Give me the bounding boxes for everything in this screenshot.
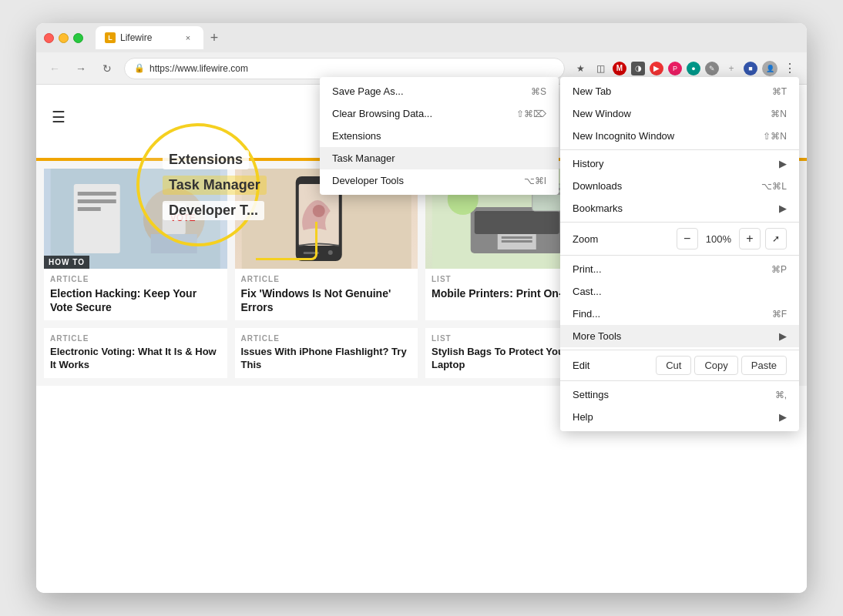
ext4-icon[interactable]: P: [668, 62, 682, 75]
address-field[interactable]: 🔒 https://www.lifewire.com: [124, 58, 565, 79]
downloads-label: Downloads: [573, 180, 622, 192]
toolbar-icons: ★ ◫ M ◑ ▶ P ● ✎ + ■ 👤 ⋮: [573, 61, 798, 76]
card2-title: Fix 'Windows Is Not Genuine' Errors: [235, 286, 418, 320]
zoom-control-row: Zoom − 100% + ➚: [560, 225, 799, 253]
close-tab-button[interactable]: ×: [182, 32, 194, 44]
settings-shortcut: ⌘,: [775, 390, 787, 400]
history-arrow: ▶: [779, 158, 787, 169]
submenu-developer-tools[interactable]: Developer Tools ⌥⌘I: [320, 169, 559, 192]
title-bar: L Lifewire × +: [36, 23, 807, 52]
more-options-button[interactable]: ⋮: [782, 61, 798, 76]
submenu-extensions[interactable]: Extensions: [320, 125, 559, 147]
task-manager-label: Task Manager: [332, 152, 395, 164]
help-arrow: ▶: [779, 411, 787, 423]
zoom-in-button[interactable]: +: [739, 228, 761, 249]
menu-more-tools[interactable]: More Tools ▶: [560, 325, 799, 347]
main-dropdown-menu[interactable]: New Tab ⌘T New Window ⌘N New Incognito W…: [560, 77, 799, 431]
menu-new-incognito[interactable]: New Incognito Window ⇧⌘N: [560, 125, 799, 147]
card6-type: ARTICLE: [235, 328, 418, 346]
forward-button[interactable]: →: [72, 59, 90, 78]
more-tools-submenu[interactable]: Save Page As... ⌘S Clear Browsing Data..…: [320, 77, 559, 195]
profile-icon[interactable]: 👤: [762, 61, 778, 76]
submenu-task-manager[interactable]: Task Manager: [320, 147, 559, 169]
menu-downloads[interactable]: Downloads ⌥⌘L: [560, 175, 799, 197]
maximize-button[interactable]: [73, 33, 83, 43]
menu-new-tab[interactable]: New Tab ⌘T: [560, 80, 799, 102]
bookmarks-label: Bookmarks: [573, 203, 623, 214]
reload-button[interactable]: ↻: [98, 59, 116, 78]
zoom-label: Zoom: [573, 233, 677, 245]
svg-rect-2: [78, 192, 116, 196]
zoom-fullscreen-button[interactable]: ➚: [765, 228, 787, 249]
minimize-button[interactable]: [59, 33, 69, 43]
divider-4: [560, 350, 799, 350]
clear-browsing-shortcut: ⇧⌘⌦: [516, 109, 546, 119]
submenu-save-page[interactable]: Save Page As... ⌘S: [320, 80, 559, 102]
divider-1: [560, 149, 799, 150]
new-incognito-label: New Incognito Window: [573, 130, 674, 142]
submenu-clear-browsing[interactable]: Clear Browsing Data... ⇧⌘⌦: [320, 102, 559, 125]
address-text: https://www.lifewire.com: [149, 63, 248, 74]
article-card-5[interactable]: ARTICLE Electronic Voting: What It Is & …: [44, 328, 227, 378]
copy-button[interactable]: Copy: [694, 356, 737, 375]
new-tab-label: New Tab: [573, 85, 611, 97]
card5-title: Electronic Voting: What It Is & How It W…: [44, 346, 227, 378]
lock-icon: 🔒: [134, 63, 145, 73]
new-incognito-shortcut: ⇧⌘N: [763, 131, 787, 142]
new-tab-button[interactable]: +: [203, 27, 225, 49]
hamburger-menu[interactable]: ☰: [52, 108, 65, 126]
ext1-icon[interactable]: M: [613, 62, 626, 75]
card1-type: ARTICLE: [44, 269, 227, 286]
menu-print[interactable]: Print... ⌘P: [560, 258, 799, 280]
menu-find[interactable]: Find... ⌘F: [560, 303, 799, 325]
svg-rect-19: [502, 236, 532, 239]
tab-title: Lifewire: [120, 32, 152, 43]
card6-title: Issues With iPhone Flashlight? Try This: [235, 346, 418, 378]
ext3-icon[interactable]: ▶: [650, 62, 663, 75]
ext8-icon[interactable]: ■: [744, 62, 757, 75]
plus-icon: +: [210, 30, 219, 46]
settings-label: Settings: [573, 389, 609, 400]
paste-button[interactable]: Paste: [741, 356, 787, 375]
ext6-icon[interactable]: ✎: [705, 62, 719, 75]
cut-button[interactable]: Cut: [656, 356, 691, 375]
reading-list-icon[interactable]: ◫: [593, 61, 608, 76]
new-window-label: New Window: [573, 108, 631, 119]
bookmark-icon[interactable]: ★: [573, 61, 588, 76]
edit-label: Edit: [573, 360, 653, 371]
extensions-label: Extensions: [332, 130, 381, 142]
ext2-icon[interactable]: ◑: [631, 62, 645, 75]
active-tab[interactable]: L Lifewire ×: [96, 26, 203, 49]
history-label: History: [573, 158, 603, 169]
menu-settings[interactable]: Settings ⌘,: [560, 383, 799, 406]
ext5-icon[interactable]: ●: [687, 62, 700, 75]
tab-bar: L Lifewire × +: [96, 26, 799, 49]
ext7-icon[interactable]: +: [724, 61, 739, 76]
more-tools-label: More Tools: [573, 330, 621, 342]
svg-rect-17: [475, 211, 559, 234]
menu-help[interactable]: Help ▶: [560, 406, 799, 428]
menu-new-window[interactable]: New Window ⌘N: [560, 102, 799, 125]
bookmarks-arrow: ▶: [779, 203, 787, 214]
find-shortcut: ⌘F: [772, 309, 787, 320]
help-label: Help: [573, 411, 593, 423]
article-card-6[interactable]: ARTICLE Issues With iPhone Flashlight? T…: [235, 328, 418, 378]
favicon-letter: L: [108, 34, 113, 42]
divider-5: [560, 380, 799, 381]
menu-history[interactable]: History ▶: [560, 152, 799, 175]
downloads-shortcut: ⌥⌘L: [761, 181, 787, 192]
svg-rect-3: [78, 199, 116, 203]
how-to-label: HOW TO: [44, 256, 89, 269]
back-button[interactable]: ←: [45, 59, 64, 78]
developer-tools-label: Developer Tools: [332, 175, 404, 186]
close-button[interactable]: [44, 33, 54, 43]
svg-rect-4: [78, 207, 101, 211]
tab-favicon: L: [105, 32, 116, 43]
menu-bookmarks[interactable]: Bookmarks ▶: [560, 197, 799, 219]
clear-browsing-label: Clear Browsing Data...: [332, 108, 432, 119]
submenu-panel: Save Page As... ⌘S Clear Browsing Data..…: [320, 77, 559, 195]
zoom-out-button[interactable]: −: [677, 228, 698, 249]
divider-3: [560, 255, 799, 256]
menu-cast[interactable]: Cast...: [560, 280, 799, 303]
article-card-1[interactable]: VOTE HOW TO ARTICLE Election Hacking: Ke…: [44, 169, 227, 320]
